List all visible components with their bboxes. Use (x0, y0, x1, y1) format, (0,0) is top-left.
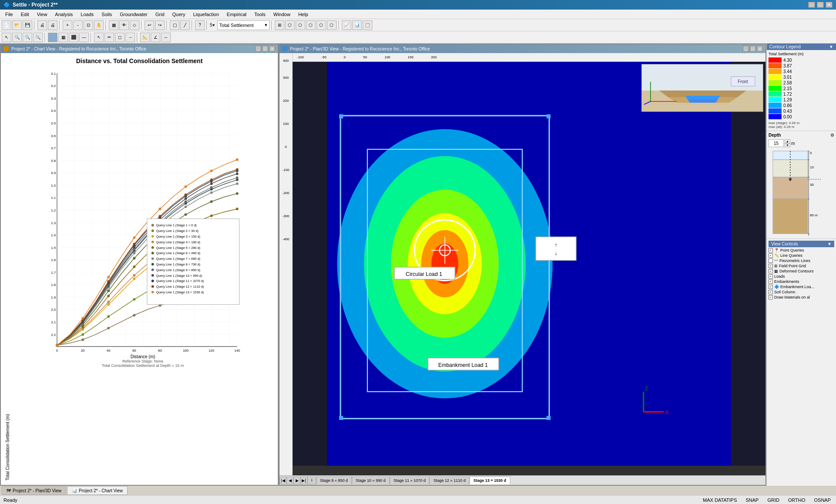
status-max-datatips[interactable]: MAX DATATIPS (701, 497, 738, 503)
eraser-btn[interactable]: ◻ (115, 33, 125, 42)
3d-btn1[interactable]: ⊞ (275, 20, 284, 30)
3d-btn2[interactable]: ⬡ (285, 20, 295, 30)
stage-tab-12[interactable]: Stage 12 = 1110 d (429, 477, 469, 484)
measure-btn[interactable]: 📐 (140, 33, 150, 42)
chart-maximize[interactable]: □ (262, 46, 268, 52)
menu-liquefaction[interactable]: Liquefaction (190, 11, 222, 18)
graph-btn2[interactable]: 📊 (352, 20, 362, 30)
status-ortho[interactable]: ORTHO (786, 497, 807, 503)
color-btn[interactable] (48, 33, 57, 42)
legend-collapse[interactable]: ▼ (829, 44, 833, 49)
prop-btn[interactable]: ▦ (58, 33, 68, 42)
query-button[interactable]: ? (195, 20, 205, 30)
graph-btn3[interactable]: 📋 (363, 20, 372, 30)
stage-nav-next[interactable]: ▶| (300, 477, 307, 484)
chart-minimize[interactable]: _ (255, 46, 261, 52)
3d-btn4[interactable]: ⬡ (306, 20, 316, 30)
pan-button[interactable]: ✋ (94, 20, 104, 30)
dist-btn[interactable]: ↔ (161, 33, 171, 42)
window-tab-chart[interactable]: 📊 Project 2* - Chart View (67, 486, 128, 495)
vc-deformed-icon: ▦ (774, 269, 778, 273)
status-grid[interactable]: GRID (765, 497, 781, 503)
pen-btn[interactable]: ✏ (104, 33, 114, 42)
view-button[interactable]: 👁 (119, 20, 129, 30)
vc-line-queries-check[interactable] (769, 253, 773, 258)
line-button[interactable]: ╱ (180, 20, 190, 30)
depth-settings-icon[interactable]: ⚙ (830, 133, 834, 138)
zoom-fit-button[interactable]: ⊡ (84, 20, 93, 30)
plan-close[interactable]: ✕ (757, 46, 763, 52)
zoom4-btn[interactable]: 🔍 (33, 33, 43, 42)
3d-btn5[interactable]: ⬡ (317, 20, 326, 30)
zoom3-btn[interactable]: 🔍 (23, 33, 32, 42)
stage-tab-10[interactable]: Stage 10 = 990 d (352, 477, 390, 484)
stage-nav-play[interactable]: ▶ (293, 477, 300, 484)
plan-minimize[interactable]: _ (743, 46, 749, 52)
new-button[interactable]: 📄 (2, 20, 11, 30)
menu-window[interactable]: Window (270, 11, 294, 18)
3d-btn6[interactable]: ⬡ (327, 20, 337, 30)
vc-embankment-load-check[interactable] (769, 285, 773, 289)
vc-soil-column-check[interactable] (769, 290, 773, 294)
chart-close[interactable]: ✕ (269, 46, 275, 52)
close-button[interactable]: ✕ (826, 2, 833, 8)
zoom-out-button[interactable]: - (73, 20, 83, 30)
iso-button[interactable]: ◇ (130, 20, 139, 30)
vc-point-queries-check[interactable] (769, 248, 773, 252)
plan-restore[interactable]: □ (750, 46, 756, 52)
maximize-button[interactable]: □ (817, 2, 824, 8)
contour-button[interactable]: ▦ (109, 20, 118, 30)
vc-loads-check[interactable] (769, 274, 773, 279)
vc-field-grid-check[interactable] (769, 264, 773, 268)
menu-tools[interactable]: Tools (251, 11, 269, 18)
vc-piezo-lines-check[interactable] (769, 259, 773, 263)
graph-btn1[interactable]: 📈 (342, 20, 351, 30)
menu-file[interactable]: File (2, 11, 17, 18)
fill-btn[interactable]: ⬛ (69, 33, 78, 42)
menu-query[interactable]: Query (169, 11, 189, 18)
separator-8 (271, 20, 273, 30)
menu-view[interactable]: View (34, 11, 51, 18)
angle-btn[interactable]: ∠ (151, 33, 160, 42)
menu-loads[interactable]: Loads (77, 11, 97, 18)
stage-tab-9[interactable]: Stage 9 = 850 d (316, 477, 352, 484)
print2-button[interactable]: 🖨 (48, 20, 57, 30)
stage-tab-13[interactable]: Stage 13 = 1530 d (469, 477, 510, 484)
menu-empirical[interactable]: Empirical (223, 11, 250, 18)
select2-btn[interactable]: ↖ (2, 33, 11, 42)
menu-analysis[interactable]: Analysis (51, 11, 76, 18)
cursor-btn[interactable]: ↖ (94, 33, 104, 42)
stage-nav-prev[interactable]: ◀ (287, 477, 293, 484)
contour-value-6: 2.58 (783, 81, 792, 85)
status-osnap[interactable]: OSNAP (812, 497, 833, 503)
vc-embankments-check[interactable] (769, 279, 773, 284)
undo-button[interactable]: ↩ (145, 20, 154, 30)
menu-edit[interactable]: Edit (17, 11, 33, 18)
open-button[interactable]: 📂 (12, 20, 22, 30)
window-tab-plan[interactable]: 🗺 Project 2* - Plan/3D View (2, 486, 66, 495)
select-button[interactable]: ▢ (170, 20, 179, 30)
3d-btn3[interactable]: ⬡ (296, 20, 305, 30)
stage-nav-first[interactable]: |◀ (280, 477, 287, 484)
redo-button[interactable]: ↪ (155, 20, 165, 30)
arrow-btn[interactable]: → (125, 33, 135, 42)
line2-btn[interactable]: — (79, 33, 89, 42)
status-snap[interactable]: SNAP (744, 497, 760, 503)
result-dropdown[interactable]: Total Settlement ▾ (217, 20, 270, 30)
save-button[interactable]: 💾 (23, 20, 32, 30)
stage-tab-11[interactable]: Stage 11 = 1070 d (390, 477, 430, 484)
menu-groundwater[interactable]: Groundwater (116, 11, 151, 18)
print-button[interactable]: 🖨 (37, 20, 47, 30)
view-controls-collapse[interactable]: ▼ (827, 242, 832, 246)
depth-input[interactable] (769, 139, 784, 147)
menu-soils[interactable]: Soils (98, 11, 115, 18)
zoom-in-button[interactable]: + (63, 20, 72, 30)
depth-up[interactable]: ▲ (785, 139, 790, 143)
vc-draw-materials-check[interactable] (769, 295, 773, 299)
minimize-button[interactable]: ─ (808, 2, 815, 8)
menu-help[interactable]: Help (295, 11, 312, 18)
vc-deformed-check[interactable] (769, 269, 773, 273)
menu-grid[interactable]: Grid (152, 11, 168, 18)
depth-down[interactable]: ▼ (785, 143, 790, 147)
zoom2-btn[interactable]: 🔍 (12, 33, 22, 42)
